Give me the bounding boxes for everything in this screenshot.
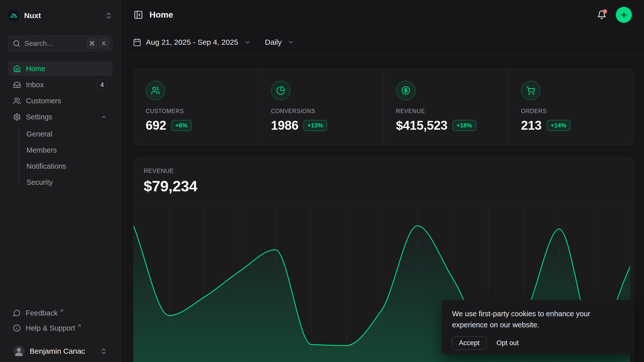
- help-support-label: Help & Support: [26, 324, 75, 332]
- toolbar: Aug 21, 2025 - Sep 4, 2025 Daily: [121, 30, 644, 55]
- search-placeholder: Search...: [24, 39, 85, 48]
- sidebar-item-label: Inbox: [26, 81, 97, 89]
- granularity-select[interactable]: Daily: [265, 38, 294, 47]
- stat-label: CUSTOMERS: [146, 108, 247, 115]
- stat-value: 692: [146, 118, 166, 133]
- arrow-up-right-icon: [59, 308, 64, 313]
- users-icon: [13, 97, 21, 105]
- feedback-link[interactable]: Feedback: [8, 305, 112, 321]
- stat-value: 213: [521, 118, 542, 133]
- stat-delta-badge: +14%: [547, 120, 570, 131]
- stat-delta-badge: +13%: [303, 120, 327, 131]
- sidebar-item-customers[interactable]: Customers: [8, 94, 112, 108]
- users-icon: [146, 81, 165, 100]
- stat-label: ORDERS: [521, 108, 622, 115]
- sidebar-spacer: [0, 190, 120, 305]
- kbd-k: K: [99, 38, 109, 49]
- message-circle-icon: [13, 309, 21, 317]
- stat-delta-badge: +6%: [171, 120, 192, 131]
- inbox-count-badge: 4: [97, 79, 107, 90]
- sidebar: Nuxt Search... ⌘ K Home Inbox 4: [0, 0, 121, 362]
- sidebar-top: Nuxt Search... ⌘ K Home Inbox 4: [0, 0, 120, 190]
- gear-icon: [13, 113, 21, 121]
- date-range-label: Aug 21, 2025 - Sep 4, 2025: [146, 38, 238, 47]
- search-icon: [13, 40, 20, 47]
- sidebar-item-label: Home: [26, 65, 107, 73]
- chevrons-up-down-icon: [100, 347, 107, 355]
- notification-dot: [603, 9, 607, 14]
- cookie-banner: We use first-party cookies to enhance yo…: [442, 300, 634, 354]
- stat-delta-badge: +18%: [453, 120, 476, 131]
- stats-card: CUSTOMERS 692 +6% CONVERSIONS 1986 +13%: [133, 68, 634, 145]
- stat-revenue: REVENUE $415,523 +18%: [384, 69, 509, 145]
- sidebar-collapse-button[interactable]: [133, 9, 144, 20]
- granularity-label: Daily: [265, 38, 282, 47]
- sidebar-item-inbox[interactable]: Inbox 4: [8, 77, 112, 92]
- sub-item-label: General: [26, 130, 52, 138]
- user-menu[interactable]: Benjamin Canac: [0, 340, 120, 362]
- sub-item-label: Notifications: [26, 162, 66, 170]
- sidebar-item-label: Customers: [26, 97, 107, 105]
- page-title: Home: [149, 10, 595, 20]
- team-switcher[interactable]: Nuxt: [8, 9, 112, 23]
- team-name: Nuxt: [24, 11, 105, 20]
- sidebar-item-members[interactable]: Members: [26, 143, 112, 157]
- opt-out-button[interactable]: Opt out: [497, 339, 519, 347]
- panel-left-close-icon: [134, 10, 143, 20]
- stat-value: 1986: [271, 118, 298, 133]
- circle-dollar-icon: [396, 81, 416, 100]
- add-button[interactable]: [616, 7, 632, 23]
- accept-button[interactable]: Accept: [452, 336, 487, 350]
- sidebar-item-notifications[interactable]: Notifications: [26, 159, 112, 173]
- stat-orders: ORDERS 213 +14%: [509, 69, 634, 145]
- cookie-message: We use first-party cookies to enhance yo…: [452, 308, 613, 330]
- sidebar-item-general[interactable]: General: [26, 127, 112, 141]
- sidebar-item-label: Settings: [26, 113, 100, 121]
- chevrons-up-down-icon: [105, 12, 112, 19]
- sidebar-nav: Home Inbox 4 Customers Settings Ge: [8, 61, 112, 190]
- sidebar-item-security[interactable]: Security: [26, 175, 112, 190]
- notifications-button[interactable]: [595, 8, 608, 21]
- search-input[interactable]: Search... ⌘ K: [8, 36, 112, 51]
- stat-label: CONVERSIONS: [271, 108, 372, 115]
- avatar: [13, 345, 25, 357]
- sidebar-item-settings[interactable]: Settings: [8, 110, 112, 124]
- kbd-meta: ⌘: [87, 38, 97, 49]
- sidebar-bottom-links: Feedback Help & Support: [0, 305, 120, 336]
- sub-item-label: Members: [26, 146, 57, 154]
- user-name: Benjamin Canac: [30, 347, 100, 355]
- chevron-up-icon: [100, 113, 107, 120]
- sidebar-item-home[interactable]: Home: [8, 61, 112, 76]
- arrow-up-right-icon: [77, 323, 82, 328]
- stat-value: $415,523: [396, 118, 448, 133]
- home-icon: [13, 65, 21, 73]
- revenue-chart-value: $79,234: [144, 177, 624, 195]
- plus-icon: [619, 10, 628, 19]
- pie-chart-icon: [271, 81, 291, 100]
- date-range-picker[interactable]: Aug 21, 2025 - Sep 4, 2025: [133, 38, 251, 47]
- help-support-link[interactable]: Help & Support: [8, 321, 112, 336]
- chevron-down-icon: [287, 39, 294, 46]
- nuxt-logo: [8, 10, 20, 21]
- chevron-down-icon: [244, 39, 251, 46]
- page-header: Home: [121, 0, 644, 30]
- stat-label: REVENUE: [396, 108, 497, 115]
- revenue-chart-label: REVENUE: [144, 167, 624, 174]
- stat-conversions: CONVERSIONS 1986 +13%: [259, 69, 384, 145]
- sub-item-label: Security: [26, 178, 53, 187]
- inbox-icon: [13, 81, 21, 89]
- stat-customers: CUSTOMERS 692 +6%: [134, 69, 259, 145]
- calendar-icon: [133, 38, 141, 47]
- settings-submenu: General Members Notifications Security: [8, 127, 112, 190]
- info-icon: [13, 324, 21, 332]
- feedback-label: Feedback: [26, 309, 58, 317]
- shopping-cart-icon: [521, 81, 541, 100]
